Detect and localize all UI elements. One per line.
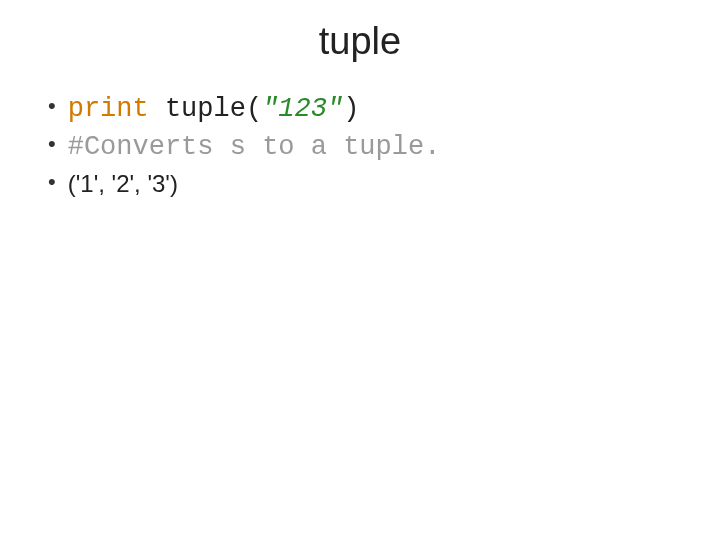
slide-content: • print tuple("123") • #Converts s to a … [0,93,720,199]
bullet-item: • ('1', '2', '3') [48,169,680,199]
paren-open: ( [246,94,262,124]
code-line-print: print tuple("123") [68,93,680,127]
slide: tuple • print tuple("123") • #Converts s… [0,0,720,540]
keyword-print: print [68,94,149,124]
paren-close: ) [343,94,359,124]
bullet-dot-icon: • [48,169,56,195]
func-tuple: tuple [165,94,246,124]
string-literal: "123" [262,94,343,124]
slide-title: tuple [0,20,720,63]
output-line: ('1', '2', '3') [68,169,680,199]
bullet-item: • #Converts s to a tuple. [48,131,680,165]
bullet-dot-icon: • [48,93,56,119]
comment-line: #Converts s to a tuple. [68,131,680,165]
code-space [149,94,165,124]
bullet-dot-icon: • [48,131,56,157]
bullet-item: • print tuple("123") [48,93,680,127]
